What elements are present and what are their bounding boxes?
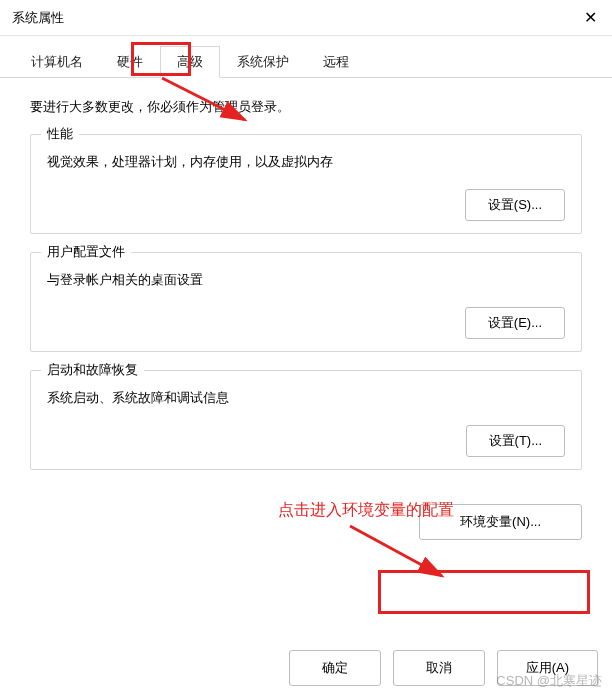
group-performance-desc: 视觉效果，处理器计划，内存使用，以及虚拟内存 xyxy=(47,153,565,171)
tab-content: 要进行大多数更改，你必须作为管理员登录。 性能 视觉效果，处理器计划，内存使用，… xyxy=(0,78,612,498)
tab-hardware[interactable]: 硬件 xyxy=(100,46,160,77)
titlebar: 系统属性 ✕ xyxy=(0,0,612,36)
tab-computer-name[interactable]: 计算机名 xyxy=(14,46,100,77)
tab-strip: 计算机名 硬件 高级 系统保护 远程 xyxy=(0,36,612,78)
intro-text: 要进行大多数更改，你必须作为管理员登录。 xyxy=(30,98,582,116)
tab-system-protection[interactable]: 系统保护 xyxy=(220,46,306,77)
group-performance: 性能 视觉效果，处理器计划，内存使用，以及虚拟内存 设置(S)... xyxy=(30,134,582,234)
startup-settings-button[interactable]: 设置(T)... xyxy=(466,425,565,457)
group-userprofile-desc: 与登录帐户相关的桌面设置 xyxy=(47,271,565,289)
dialog-footer: 确定 取消 应用(A) xyxy=(289,650,598,686)
group-startup: 启动和故障恢复 系统启动、系统故障和调试信息 设置(T)... xyxy=(30,370,582,470)
group-startup-title: 启动和故障恢复 xyxy=(41,361,144,379)
tab-advanced[interactable]: 高级 xyxy=(160,46,220,78)
group-performance-title: 性能 xyxy=(41,125,79,143)
userprofile-settings-button[interactable]: 设置(E)... xyxy=(465,307,565,339)
window-title: 系统属性 xyxy=(12,9,64,27)
group-userprofile: 用户配置文件 与登录帐户相关的桌面设置 设置(E)... xyxy=(30,252,582,352)
annotation-highlight-env xyxy=(378,570,590,614)
cancel-button[interactable]: 取消 xyxy=(393,650,485,686)
group-userprofile-title: 用户配置文件 xyxy=(41,243,131,261)
ok-button[interactable]: 确定 xyxy=(289,650,381,686)
close-icon[interactable]: ✕ xyxy=(580,8,600,27)
group-startup-desc: 系统启动、系统故障和调试信息 xyxy=(47,389,565,407)
tab-remote[interactable]: 远程 xyxy=(306,46,366,77)
performance-settings-button[interactable]: 设置(S)... xyxy=(465,189,565,221)
environment-variables-button[interactable]: 环境变量(N)... xyxy=(419,504,582,540)
apply-button[interactable]: 应用(A) xyxy=(497,650,598,686)
env-row: 环境变量(N)... xyxy=(0,498,612,540)
